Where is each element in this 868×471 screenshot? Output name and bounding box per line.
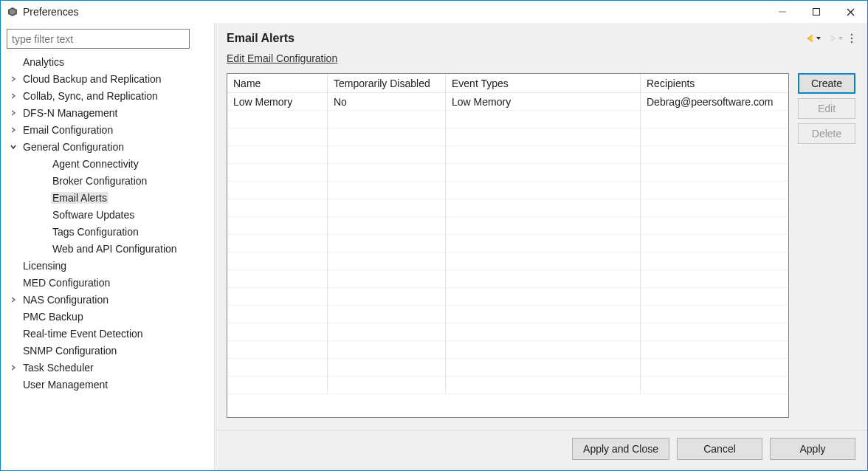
cell-disabled: No xyxy=(328,93,446,110)
chevron-right-icon[interactable] xyxy=(8,91,18,101)
tree-item-analytics[interactable]: Analytics xyxy=(8,53,211,70)
table-row[interactable] xyxy=(227,182,788,199)
svg-rect-3 xyxy=(813,9,820,16)
col-name[interactable]: Name xyxy=(227,74,328,92)
edit-email-config-link[interactable]: Edit Email Configuration xyxy=(227,52,337,64)
view-menu-button[interactable] xyxy=(848,32,855,45)
col-event-types[interactable]: Event Types xyxy=(446,74,641,92)
tree-item-tags-config[interactable]: Tags Configuration xyxy=(8,223,211,240)
create-button[interactable]: Create xyxy=(798,73,855,94)
tree-item-software-updates[interactable]: Software Updates xyxy=(8,206,211,223)
app-icon xyxy=(7,6,18,18)
table-row[interactable] xyxy=(227,146,788,164)
tree-item-email-config[interactable]: Email Configuration xyxy=(8,121,211,138)
chevron-right-icon[interactable] xyxy=(8,295,18,305)
tree-item-dfsn[interactable]: DFS-N Management xyxy=(8,104,211,121)
chevron-right-icon[interactable] xyxy=(8,125,18,135)
chevron-right-icon[interactable] xyxy=(8,362,18,373)
alerts-table[interactable]: Name Temporarily Disabled Event Types Re… xyxy=(227,73,789,418)
apply-button[interactable]: Apply xyxy=(770,438,855,460)
svg-point-6 xyxy=(851,34,853,36)
nav-forward-button[interactable] xyxy=(826,32,845,45)
filter-text-input[interactable] xyxy=(7,29,190,49)
tree-item-pmc-backup[interactable]: PMC Backup xyxy=(8,308,211,325)
table-row[interactable] xyxy=(227,288,788,306)
tree-item-task-scheduler[interactable]: Task Scheduler xyxy=(8,359,211,376)
dropdown-icon xyxy=(838,35,844,41)
table-row[interactable] xyxy=(227,235,788,252)
nav-back-button[interactable] xyxy=(804,32,823,45)
table-row[interactable] xyxy=(227,270,788,288)
chevron-right-icon[interactable] xyxy=(8,108,18,118)
svg-point-7 xyxy=(851,38,853,40)
dropdown-icon xyxy=(816,35,822,41)
preferences-tree[interactable]: Analytics Cloud Backup and Replication C… xyxy=(1,50,214,470)
tree-item-general-config[interactable]: General Configuration xyxy=(8,138,211,155)
table-header-row: Name Temporarily Disabled Event Types Re… xyxy=(227,74,788,93)
page-title: Email Alerts xyxy=(227,32,294,45)
tree-item-cloud-backup[interactable]: Cloud Backup and Replication xyxy=(8,70,211,87)
edit-button: Edit xyxy=(798,98,855,119)
table-row[interactable] xyxy=(227,377,788,394)
chevron-right-icon[interactable] xyxy=(8,74,18,84)
table-row[interactable] xyxy=(227,111,788,128)
chevron-down-icon[interactable] xyxy=(8,142,18,152)
svg-line-5 xyxy=(847,9,854,16)
table-row[interactable] xyxy=(227,199,788,217)
maximize-button[interactable] xyxy=(799,1,833,23)
cancel-button[interactable]: Cancel xyxy=(677,438,762,460)
tree-item-agent-connectivity[interactable]: Agent Connectivity xyxy=(8,155,211,172)
tree-item-licensing[interactable]: Licensing xyxy=(8,257,211,274)
title-bar: Preferences xyxy=(1,1,867,23)
cell-recipients: Debrag@peersoftware.com xyxy=(641,93,788,110)
apply-close-button[interactable]: Apply and Close xyxy=(572,438,669,460)
close-button[interactable] xyxy=(833,1,867,23)
tree-item-user-management[interactable]: User Management xyxy=(8,376,211,393)
tree-item-snmp-config[interactable]: SNMP Configuration xyxy=(8,342,211,359)
tree-item-nas-config[interactable]: NAS Configuration xyxy=(8,291,211,308)
col-recipients[interactable]: Recipients xyxy=(641,74,788,92)
table-row[interactable]: Low Memory No Low Memory Debrag@peersoft… xyxy=(227,93,788,111)
tree-item-med-config[interactable]: MED Configuration xyxy=(8,274,211,291)
window-title: Preferences xyxy=(23,6,78,18)
table-row[interactable] xyxy=(227,217,788,235)
tree-item-realtime-event[interactable]: Real-time Event Detection xyxy=(8,325,211,342)
delete-button: Delete xyxy=(798,123,855,144)
table-row[interactable] xyxy=(227,164,788,182)
col-temp-disabled[interactable]: Temporarily Disabled xyxy=(328,74,446,92)
tree-item-collab-sync[interactable]: Collab, Sync, and Replication xyxy=(8,87,211,104)
minimize-button[interactable] xyxy=(765,1,799,23)
table-row[interactable] xyxy=(227,128,788,146)
tree-item-web-api-config[interactable]: Web and API Configuration xyxy=(8,240,211,257)
cell-name: Low Memory xyxy=(227,93,328,110)
table-row[interactable] xyxy=(227,252,788,270)
svg-point-8 xyxy=(851,41,853,44)
svg-line-4 xyxy=(847,9,854,16)
tree-item-broker-config[interactable]: Broker Configuration xyxy=(8,172,211,189)
table-row[interactable] xyxy=(227,306,788,323)
table-row[interactable] xyxy=(227,323,788,341)
table-row[interactable] xyxy=(227,341,788,359)
tree-item-email-alerts[interactable]: Email Alerts xyxy=(8,189,211,206)
table-row[interactable] xyxy=(227,359,788,377)
cell-event-types: Low Memory xyxy=(446,93,641,110)
